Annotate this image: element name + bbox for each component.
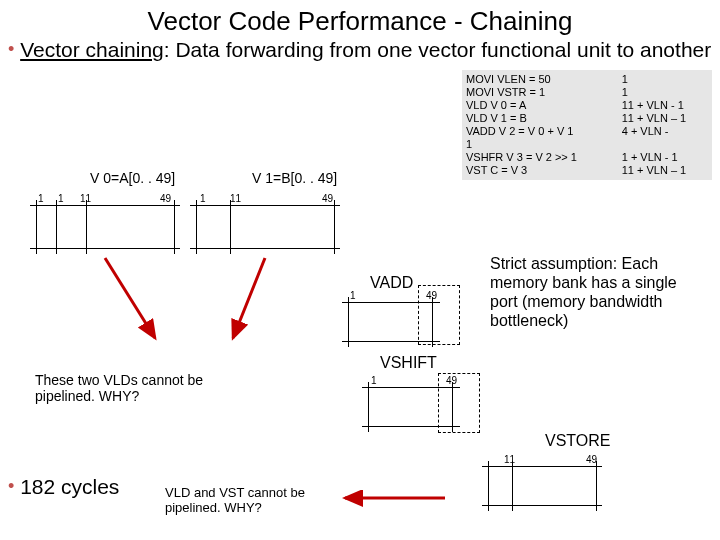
svg-line-2 [233,258,265,338]
code-listing: MOVI VLEN = 501 MOVI VSTR = 11 VLD V 0 =… [462,70,712,180]
tick-num: 1 [58,193,64,204]
tick-num: 49 [322,193,333,204]
arrow-vld0-down [95,198,175,348]
tick-num: 1 [350,290,356,301]
note-vld-vst: VLD and VST cannot be pipelined. WHY? [165,485,345,515]
dash-vadd [418,285,460,345]
vshift-label: VSHIFT [380,354,437,372]
bullet-chaining: • Vector chaining: Data forwarding from … [8,38,711,62]
tick-num: 1 [200,193,206,204]
v1-label: V 1=B[0. . 49] [252,170,337,186]
dash-vshift [438,373,480,433]
tick-num: 1 [38,193,44,204]
vadd-label: VADD [370,274,413,292]
arrow-vst [335,490,455,520]
v0-label: V 0=A[0. . 49] [90,170,175,186]
arrow-vld1-down [215,198,295,348]
note-vlds: These two VLDs cannot be pipelined. WHY? [35,372,265,404]
svg-line-1 [105,258,155,338]
unit-vstore [482,466,602,506]
vstore-label: VSTORE [545,432,611,450]
assumption-text: Strict assumption: Each memory bank has … [490,254,690,330]
cycles-bullet: • 182 cycles [8,475,119,499]
page-title: Vector Code Performance - Chaining [0,0,720,37]
tick-num: 1 [371,375,377,386]
tick-num: 11 [504,454,515,465]
